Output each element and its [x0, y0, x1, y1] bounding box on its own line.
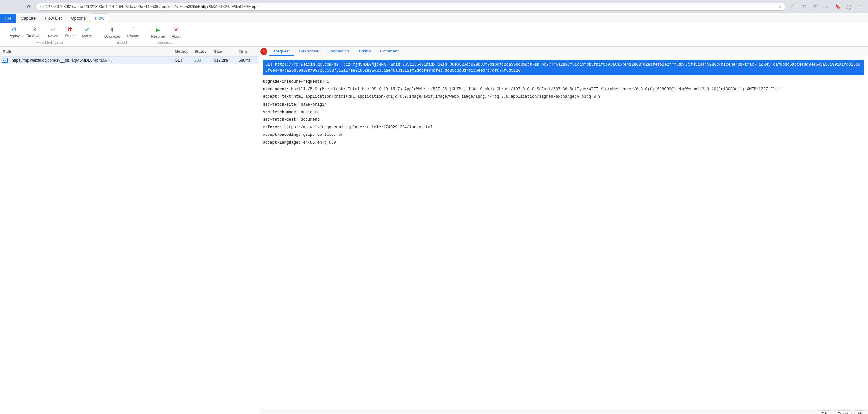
toolbar-btns-export: ⬇ Download ⤴ Export▾ — [101, 25, 143, 40]
revert-button[interactable]: ↩ Revert — [44, 25, 62, 40]
header-row-sec-fetch-mode: sec-fetch-mode: navigate — [263, 109, 864, 116]
flow-row-method: GET — [174, 57, 193, 64]
url-text: 127.0.0.1:8081/#/flows/6221890e-1a14-4df… — [46, 4, 776, 9]
toolbar-btns-interception: ▶ Resume ✕ Abort — [148, 25, 184, 40]
header-name-accept-language: accept-language — [263, 140, 298, 145]
bookmark-button[interactable]: 🔖 — [833, 2, 842, 11]
header-sep: : — [322, 79, 327, 84]
tab-timing[interactable]: Timing — [354, 47, 376, 56]
tab-connection[interactable]: Connection — [323, 47, 354, 56]
export-icon: ⤴ — [131, 26, 134, 33]
header-value-upgrade: 1 — [327, 79, 329, 84]
menu-file[interactable]: File — [0, 14, 16, 23]
header-name-accept-encoding: accept-encoding — [263, 132, 298, 137]
header-sep-accept: : — [277, 94, 282, 99]
toolbar-group-interception: ▶ Resume ✕ Abort Interception — [145, 25, 187, 45]
header-row-accept: accept: text/html,application/xhtml+xml,… — [263, 94, 864, 100]
menu-flow-tab[interactable]: Flow — [90, 13, 109, 23]
resume-icon: ▶ — [156, 26, 160, 33]
flow-row-icon: <> — [0, 57, 9, 64]
badge-button[interactable]: 14 — [800, 2, 809, 11]
address-bar[interactable]: ⓘ 127.0.0.1:8081/#/flows/6221890e-1a14-4… — [36, 3, 786, 11]
menu-options[interactable]: Options — [66, 14, 90, 23]
header-value-sec-fetch-mode: navigate — [301, 110, 319, 115]
resume-label: Resume — [151, 34, 164, 38]
col-header-method: Method — [174, 48, 193, 55]
forward-button[interactable]: → — [14, 2, 23, 11]
header-name-accept: accept — [263, 94, 277, 99]
delete-button[interactable]: 🗑 Delete — [62, 25, 79, 40]
edit-button[interactable]: Edit — [818, 410, 831, 414]
back-button[interactable]: ← — [3, 2, 12, 11]
menu-button[interactable]: ⋮ — [856, 2, 865, 11]
extensions-button[interactable]: □ — [811, 2, 820, 11]
all-button[interactable]: All — [854, 410, 865, 414]
shortcuts-button[interactable]: ⌘ — [789, 2, 798, 11]
header-sep-al: : — [298, 140, 303, 145]
toolbar: ↺ Replay ⎘ Duplicate ↩ Revert 🗑 Delete ✔… — [0, 23, 868, 47]
header-value-accept-encoding: gzip, deflate, br — [303, 132, 343, 137]
header-name-sec-fetch-site: sec-fetch-site — [263, 102, 296, 107]
header-value-referer: https://mp.weixin.qq.com/template/articl… — [284, 125, 433, 129]
header-name-user-agent: user-agent — [263, 87, 286, 91]
reload-button[interactable]: ⟳ — [24, 2, 33, 11]
export-detail-button[interactable]: Export — [834, 410, 851, 414]
delete-label: Delete — [65, 34, 76, 38]
request-content[interactable]: GET https://mp.weixin.qq.com/s?__biz=MjM… — [259, 56, 868, 409]
col-header-time: Time — [237, 48, 259, 55]
flow-row-path: https://mp.weixin.qq.com/s?__biz=MjM5MDE… — [9, 57, 174, 64]
tab-comment[interactable]: Comment — [375, 47, 403, 56]
download-label: Download — [104, 34, 120, 38]
header-name-sec-fetch-dest: sec-fetch-dest — [263, 117, 296, 122]
header-value-accept-language: en-US,en;q=0.9 — [303, 140, 336, 145]
close-details-button[interactable]: ✕ — [260, 48, 268, 55]
flow-type-icon: <> — [2, 58, 8, 63]
download-action-button[interactable]: ⇩ — [822, 2, 831, 11]
delete-icon: 🗑 — [67, 26, 73, 33]
abort-button[interactable]: ✕ Abort — [168, 25, 184, 40]
abort-label: Abort — [172, 34, 180, 38]
duplicate-button[interactable]: ⎘ Duplicate — [23, 25, 44, 40]
col-header-status: Status — [193, 48, 213, 55]
header-name-referer: referer — [263, 125, 279, 129]
info-icon: ⓘ — [40, 4, 44, 9]
menu-flow-list[interactable]: Flow List — [40, 14, 66, 23]
header-row-referer: referer: https://mp.weixin.qq.com/templa… — [263, 124, 864, 130]
mark-icon: ✔ — [85, 26, 90, 33]
header-row-sec-fetch-site: sec-fetch-site: same-origin — [263, 102, 864, 108]
toolbar-group-export: ⬇ Download ⤴ Export▾ Export — [98, 25, 146, 45]
flow-table-header: Path Method Status Size Time — [0, 47, 259, 57]
header-value-sec-fetch-site: same-origin — [301, 102, 327, 107]
flow-modification-label: Flow Modification — [5, 40, 95, 45]
browser-actions: ⌘ 14 □ ⇩ 🔖 ◯ ⋮ — [789, 2, 865, 11]
menu-bar: File Capture Flow List Options Flow — [0, 13, 868, 23]
abort-icon: ✕ — [174, 26, 179, 33]
replay-button[interactable]: ↺ Replay — [5, 25, 23, 40]
export-button[interactable]: ⤴ Export▾ — [124, 25, 143, 40]
star-icon[interactable]: ☆ — [778, 4, 782, 9]
header-row-upgrade: upgrade-insecure-requests: 1 — [263, 79, 864, 85]
tab-request[interactable]: Request — [270, 47, 294, 56]
tab-response[interactable]: Response — [294, 47, 323, 56]
header-value-accept: text/html,application/xhtml+xml,applicat… — [282, 94, 600, 99]
resume-button[interactable]: ▶ Resume — [148, 25, 168, 40]
header-row-accept-language: accept-language: en-US,en;q=0.9 — [263, 140, 864, 146]
menu-capture[interactable]: Capture — [16, 14, 40, 23]
flow-row-status: 200 — [193, 57, 213, 64]
request-method: GET — [266, 62, 275, 67]
col-header-path: Path — [0, 48, 174, 55]
table-row[interactable]: <> https://mp.weixin.qq.com/s?__biz=MjM5… — [0, 57, 259, 64]
header-row-sec-fetch-dest: sec-fetch-dest: document — [263, 117, 864, 123]
nav-buttons: ← → ⟳ — [3, 2, 33, 11]
duplicate-icon: ⎘ — [32, 26, 36, 33]
flow-list-panel: Path Method Status Size Time <> https://… — [0, 47, 259, 414]
profile-button[interactable]: ◯ — [844, 2, 854, 11]
toolbar-btns-flow-modification: ↺ Replay ⎘ Duplicate ↩ Revert 🗑 Delete ✔… — [5, 25, 95, 40]
header-row-user-agent: user-agent: Mozilla/5.0 (Macintosh; Inte… — [263, 86, 864, 92]
mark-button[interactable]: ✔ Mark▾ — [79, 25, 95, 40]
toolbar-group-flow-modification: ↺ Replay ⎘ Duplicate ↩ Revert 🗑 Delete ✔… — [3, 25, 98, 45]
request-line: GET https://mp.weixin.qq.com/s?__biz=MjM… — [263, 60, 864, 76]
col-header-size: Size — [213, 48, 237, 55]
download-button[interactable]: ⬇ Download — [101, 25, 124, 40]
download-icon: ⬇ — [110, 26, 115, 33]
